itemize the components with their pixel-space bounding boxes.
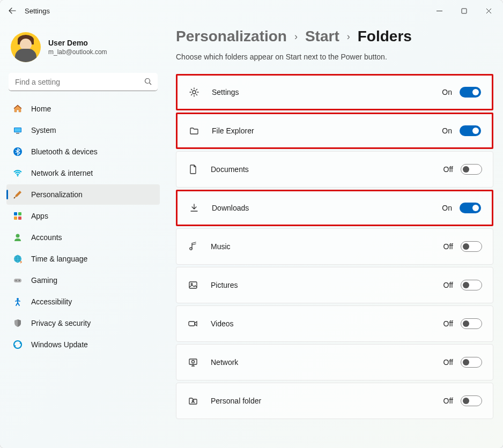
sidebar-item-accounts[interactable]: Accounts <box>6 227 160 248</box>
sidebar: User Demo m_lab@outlook.com HomeSystemBl… <box>0 21 166 448</box>
folder-label: Downloads <box>212 204 442 212</box>
shield-icon <box>13 318 23 328</box>
sidebar-item-home[interactable]: Home <box>6 99 160 119</box>
folder-label: Videos <box>211 319 443 328</box>
sidebar-item-system[interactable]: System <box>6 120 160 140</box>
breadcrumb-personalization[interactable]: Personalization <box>176 28 287 45</box>
maximize-button[interactable] <box>452 2 476 20</box>
toggle-state-text: Off <box>443 397 453 405</box>
svg-rect-23 <box>189 322 195 326</box>
sidebar-item-privacy[interactable]: Privacy & security <box>6 313 160 333</box>
gamepad-icon <box>13 275 23 285</box>
svg-point-15 <box>16 280 17 281</box>
toggle-state-text: Off <box>443 281 453 289</box>
sidebar-item-label: Time & language <box>31 255 87 263</box>
folder-label: File Explorer <box>212 126 442 135</box>
music-icon <box>187 241 199 252</box>
toggle-state-text: Off <box>443 319 453 328</box>
svg-rect-8 <box>18 212 21 215</box>
toggle-personal-folder[interactable] <box>461 395 482 406</box>
folder-row-file-explorer: File Explorer On <box>176 113 493 149</box>
sidebar-item-accessibility[interactable]: Accessibility <box>6 292 160 312</box>
profile-name: User Demo <box>48 39 107 47</box>
svg-point-19 <box>193 91 196 94</box>
toggle-state-text: On <box>442 204 452 212</box>
toggle-network[interactable] <box>461 357 482 368</box>
svg-rect-21 <box>189 282 197 288</box>
svg-point-25 <box>192 361 195 363</box>
folder-label: Pictures <box>211 281 443 289</box>
search-input[interactable] <box>9 73 158 91</box>
home-icon <box>13 104 23 114</box>
window-controls <box>427 2 501 20</box>
page-subtitle: Choose which folders appear on Start nex… <box>176 53 493 61</box>
access-icon <box>13 297 23 307</box>
document-icon <box>187 163 199 175</box>
arrow-left-icon <box>9 7 16 14</box>
sidebar-item-time[interactable]: Time & language <box>6 249 160 269</box>
toggle-videos[interactable] <box>461 318 482 329</box>
nav: HomeSystemBluetooth & devicesNetwork & i… <box>6 99 160 448</box>
titlebar: Settings <box>0 0 503 21</box>
sidebar-item-label: Personalization <box>31 190 83 199</box>
sidebar-item-update[interactable]: Windows Update <box>6 334 160 355</box>
toggle-state-text: Off <box>443 242 453 251</box>
folder-row-network: Network Off <box>176 344 493 380</box>
sidebar-item-label: Gaming <box>31 276 57 285</box>
chevron-right-icon: › <box>294 31 298 42</box>
breadcrumb-start[interactable]: Start <box>305 28 339 45</box>
svg-point-16 <box>19 280 20 281</box>
toggle-music[interactable] <box>461 241 482 252</box>
svg-rect-3 <box>14 128 21 132</box>
sidebar-item-label: Home <box>31 104 51 113</box>
person-folder-icon <box>187 395 199 407</box>
folder-label: Documents <box>211 165 443 174</box>
person-icon <box>13 233 23 242</box>
folder-row-videos: Videos Off <box>176 305 493 342</box>
toggle-documents[interactable] <box>461 164 482 175</box>
close-button[interactable] <box>476 2 501 20</box>
sidebar-item-gaming[interactable]: Gaming <box>6 270 160 290</box>
toggle-pictures[interactable] <box>461 280 482 290</box>
toggle-settings[interactable] <box>460 87 481 98</box>
download-icon <box>188 202 200 214</box>
svg-rect-10 <box>18 216 21 220</box>
avatar <box>11 32 41 62</box>
minimize-button[interactable] <box>427 2 452 20</box>
folder-row-documents: Documents Off <box>176 151 493 188</box>
folder-label: Personal folder <box>211 397 443 405</box>
sidebar-item-network[interactable]: Network & internet <box>6 163 160 183</box>
wifi-icon <box>13 168 23 178</box>
sidebar-item-label: Accounts <box>31 233 62 242</box>
folder-label: Music <box>211 242 443 251</box>
profile[interactable]: User Demo m_lab@outlook.com <box>6 26 160 73</box>
close-icon <box>486 8 492 14</box>
main: Personalization›Start›Folders Choose whi… <box>166 21 503 448</box>
sidebar-item-label: System <box>31 126 56 135</box>
sidebar-item-personalization[interactable]: Personalization <box>6 184 160 205</box>
folder-row-personal-folder: Personal folder Off <box>176 383 493 419</box>
video-icon <box>187 318 199 330</box>
search-wrap <box>9 73 158 91</box>
profile-email: m_lab@outlook.com <box>48 48 107 56</box>
profile-info: User Demo m_lab@outlook.com <box>48 39 107 56</box>
sidebar-item-bluetooth[interactable]: Bluetooth & devices <box>6 141 160 162</box>
minimize-icon <box>437 8 442 14</box>
sidebar-item-label: Bluetooth & devices <box>31 147 98 156</box>
sidebar-item-apps[interactable]: Apps <box>6 206 160 226</box>
breadcrumb-folders: Folders <box>358 28 412 45</box>
back-button[interactable] <box>2 1 23 21</box>
globe-icon <box>13 254 23 264</box>
system-icon <box>13 125 23 135</box>
folder-row-downloads: Downloads On <box>176 190 493 226</box>
svg-point-1 <box>145 79 150 84</box>
svg-point-26 <box>193 400 194 402</box>
toggle-file-explorer[interactable] <box>460 125 481 136</box>
svg-rect-7 <box>14 212 17 215</box>
toggle-state-text: On <box>442 126 452 135</box>
svg-rect-4 <box>16 133 19 134</box>
toggle-downloads[interactable] <box>460 203 481 213</box>
svg-point-6 <box>17 175 19 177</box>
update-icon <box>13 340 23 349</box>
svg-rect-0 <box>462 9 467 13</box>
